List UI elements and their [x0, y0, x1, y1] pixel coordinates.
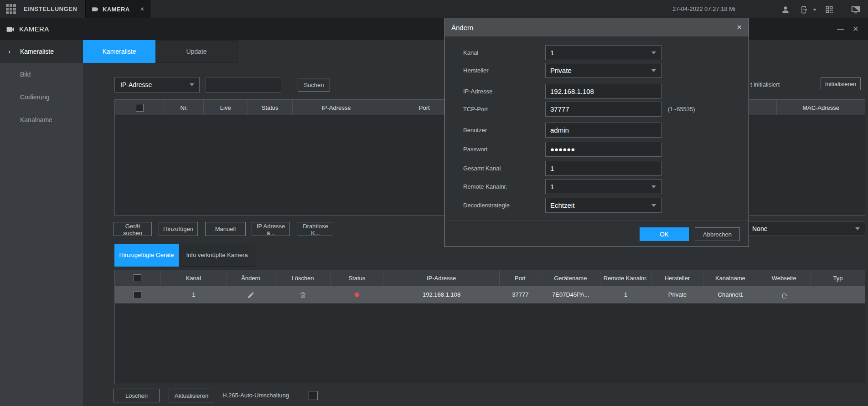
header-select-all [115, 270, 160, 286]
caret-down-icon[interactable] [813, 9, 816, 11]
tcp-port-field[interactable] [545, 102, 661, 117]
close-icon[interactable]: ✕ [736, 23, 742, 31]
field-label-decodierstrategie: Decodierstrategie [463, 202, 545, 209]
sidebar-item-label: Bild [20, 71, 31, 78]
field-label-kanal: Kanal [463, 49, 545, 56]
tab-kamera[interactable]: KAMERA ✕ [85, 0, 150, 18]
remote-channel-select[interactable]: 1 [545, 179, 661, 194]
browser-e-icon[interactable]: ℮ [757, 286, 811, 303]
kanal-select[interactable]: 1 [545, 45, 661, 60]
column-header-loeschen: Löschen [275, 270, 331, 286]
row-checkbox[interactable] [134, 291, 141, 299]
password-field[interactable] [545, 142, 661, 157]
uninitialized-status-text: t initialisiert [750, 77, 780, 93]
manual-button[interactable]: Manuell [205, 222, 246, 236]
close-icon[interactable]: ✕ [852, 18, 858, 40]
tcp-port-range-hint: (1~65535) [668, 106, 695, 113]
tab-linked-info[interactable]: Info verknüpfte Kamera [179, 244, 255, 267]
sidebar: › Kameraliste Bild Codierung Kanalname [0, 40, 83, 406]
h265-auto-switch-label: H.265-Auto-Umschaltung [222, 389, 289, 402]
edit-pencil-icon[interactable] [227, 286, 275, 303]
column-header-status: Status [248, 100, 293, 115]
qr-code-icon[interactable] [824, 5, 834, 15]
modify-ip-button[interactable]: IP Adresse ä... [252, 222, 290, 236]
cell-kanalname: Channel1 [703, 286, 757, 303]
cell-kanal: 1 [160, 286, 227, 303]
cell-ip: 192.168.1.108 [383, 286, 500, 303]
hersteller-select-value: Private [550, 67, 572, 74]
chevron-right-icon: › [8, 40, 10, 63]
page-title: KAMERA [19, 18, 49, 40]
ok-button[interactable]: OK [640, 227, 689, 241]
column-header-mac: MAC-Adresse [777, 100, 865, 115]
column-header-ip: IP-Adresse [383, 270, 500, 286]
logout-icon[interactable] [799, 5, 809, 15]
tab-added-devices[interactable]: Hinzugefügte Geräte [114, 244, 179, 267]
none-select[interactable]: None [746, 221, 865, 236]
field-label-passwort: Passwort [463, 146, 545, 153]
cell-typ [811, 286, 865, 303]
search-filter-select[interactable]: IP-Adresse [114, 77, 200, 93]
modify-dialog: Ändern ✕ Kanal 1 Hersteller Private IP-A… [444, 18, 749, 247]
datetime: 27-04-2022 07:27:18 Mi [672, 0, 735, 18]
sidebar-item-label: Kanalname [20, 116, 52, 123]
dropdown-arrow-icon [855, 227, 860, 230]
dropdown-arrow-icon [651, 51, 656, 54]
dropdown-arrow-icon [651, 204, 656, 207]
username-field[interactable] [545, 123, 661, 138]
column-header-hersteller: Hersteller [651, 270, 704, 286]
dialog-footer-divider [445, 221, 749, 221]
device-search-button[interactable]: Gerät suchen [114, 222, 152, 236]
decode-strategy-select-value: Echtzeit [550, 201, 574, 209]
table-row[interactable]: 1 192.168.1.108 37777 7E07D45PA... 1 Pri… [115, 286, 865, 304]
cell-hersteller: Private [651, 286, 704, 303]
sidebar-item-label: Kameraliste [20, 48, 54, 55]
column-header-aendern: Ändern [227, 270, 275, 286]
select-all-checkbox[interactable] [136, 104, 144, 112]
sidebar-item-codierung[interactable]: Codierung [0, 86, 83, 108]
delete-button[interactable]: Löschen [114, 389, 160, 402]
column-header-webseite: Webseite [757, 270, 811, 286]
trash-icon[interactable] [275, 286, 331, 303]
search-input[interactable] [206, 77, 281, 93]
wireless-button[interactable]: Drahtlose K... [298, 222, 333, 236]
field-label-benutzer: Benutzer [463, 127, 545, 134]
sidebar-item-kameraliste[interactable]: › Kameraliste [0, 40, 83, 63]
hersteller-select[interactable]: Private [545, 63, 661, 78]
column-header-nr: Nr. [165, 100, 204, 115]
user-icon[interactable] [780, 5, 790, 15]
ip-address-field[interactable] [545, 84, 661, 99]
display-icon[interactable] [851, 5, 861, 15]
field-label-tcp-port: TCP-Port [463, 106, 545, 113]
h265-auto-switch-checkbox[interactable] [309, 391, 318, 400]
tab-einstellungen[interactable]: EINSTELLUNGEN [24, 0, 78, 18]
tab-close-icon[interactable]: ✕ [140, 6, 145, 12]
initialize-button[interactable]: Initialisieren [821, 77, 861, 90]
camera-icon [5, 25, 15, 34]
nvr-camera-settings-window: EINSTELLUNGEN KAMERA ✕ 27-04-2022 07:27:… [0, 0, 868, 406]
total-channels-field[interactable] [545, 161, 661, 176]
table-header-row: Kanal Ändern Löschen Status IP-Adresse P… [115, 270, 865, 286]
kanal-select-value: 1 [550, 49, 554, 57]
remote-channel-select-value: 1 [550, 183, 554, 190]
apps-grid-icon[interactable] [6, 4, 16, 14]
dropdown-arrow-icon [651, 69, 656, 72]
column-header-kanalname: Kanalname [703, 270, 757, 286]
status-dot [331, 286, 383, 303]
dialog-header: Ändern ✕ [445, 18, 749, 36]
sidebar-item-bild[interactable]: Bild [0, 63, 83, 86]
search-button[interactable]: Suchen [298, 78, 330, 92]
refresh-button[interactable]: Aktualisieren [169, 389, 214, 402]
header-select-all [115, 100, 165, 115]
tab-kameraliste[interactable]: Kameraliste [83, 40, 155, 63]
minimize-icon[interactable]: — [837, 18, 844, 40]
add-button[interactable]: Hinzufügen [159, 222, 198, 236]
sidebar-item-kanalname[interactable]: Kanalname [0, 108, 83, 131]
tab-update[interactable]: Update [155, 40, 238, 63]
field-label-hersteller: Hersteller [463, 67, 545, 74]
divider [734, 3, 734, 15]
tab-kamera-label: KAMERA [103, 6, 129, 13]
decode-strategy-select[interactable]: Echtzeit [545, 198, 661, 213]
cancel-button[interactable]: Abbrechen [695, 227, 740, 241]
select-all-checkbox[interactable] [134, 274, 141, 282]
